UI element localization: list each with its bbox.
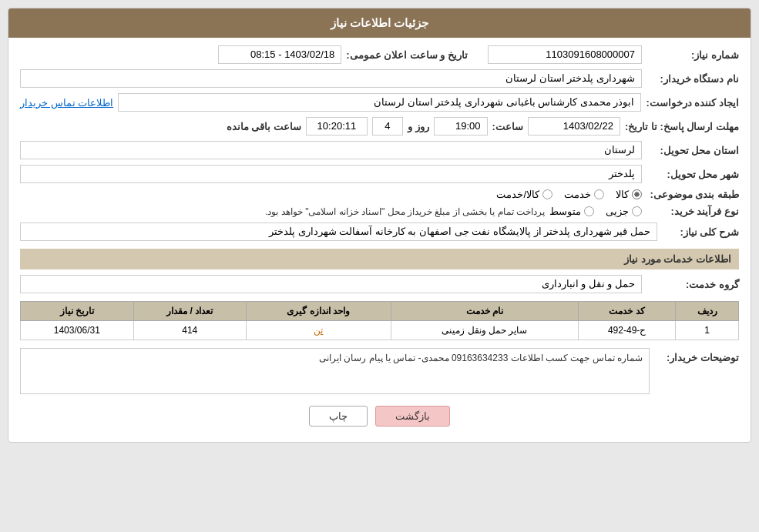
need-number-label: شماره نیاز: [646, 49, 739, 61]
category-kala-label: کالا [616, 189, 629, 200]
cell-unit: تن [247, 321, 391, 340]
send-deadline-remaining-label: ساعت باقی مانده [227, 121, 301, 132]
deadline-row: مهلت ارسال پاسخ: تا تاریخ: 1403/02/22 سا… [20, 117, 739, 136]
cell-date: 1403/06/31 [21, 321, 134, 340]
send-deadline-date: 1403/02/22 [528, 117, 620, 136]
buyer-description-label: توضیحات خریدار: [654, 352, 739, 363]
category-khedmat-label: خدمت [564, 189, 591, 200]
requester-row: ایجاد کننده درخواست: ابوذر محمدی کارشناس… [20, 93, 739, 112]
announce-datetime-value: 1403/02/18 - 08:15 [218, 45, 341, 64]
table-row: 1 ح-49-492 سایر حمل ونقل زمینی تن 414 14… [21, 321, 739, 340]
send-deadline-time: 19:00 [434, 117, 488, 136]
col-date: تاریخ نیاز [21, 302, 134, 321]
send-deadline-days: 4 [372, 117, 403, 136]
need-number-row: شماره نیاز: 1103091608000007 تاریخ و ساع… [20, 45, 739, 64]
category-both-label: کالا/خدمت [496, 189, 539, 200]
purchase-jozi-label: جزیی [606, 206, 629, 217]
category-row: طبقه بندی موضوعی: کالا خدمت کالا/خدمت [20, 189, 739, 200]
need-number-value: 1103091608000007 [488, 45, 642, 64]
back-button[interactable]: بازگشت [375, 406, 450, 427]
services-table-section: ردیف کد خدمت نام خدمت واحد اندازه گیری ت… [20, 301, 739, 340]
description-value: حمل قیر شهرداری پلدختر از پالایشگاه نفت … [20, 223, 657, 241]
purchase-type-motevasset: متوسط [549, 206, 594, 217]
category-option-kala: کالا [616, 189, 642, 200]
cell-code: ح-49-492 [579, 321, 676, 340]
service-group-label: گروه خدمت: [646, 279, 739, 290]
delivery-province-value: لرستان [20, 141, 642, 159]
delivery-city-label: شهر محل تحویل: [646, 169, 739, 180]
category-radio-khedmat [594, 189, 604, 199]
col-row: ردیف [676, 302, 739, 321]
buyer-description-row: توضیحات خریدار: شماره تماس جهت کسب اطلاع… [20, 348, 739, 394]
cell-row: 1 [676, 321, 739, 340]
send-deadline-remaining: 10:20:11 [306, 117, 368, 136]
services-table: ردیف کد خدمت نام خدمت واحد اندازه گیری ت… [20, 301, 739, 340]
page-header: جزئیات اطلاعات نیاز [8, 8, 751, 38]
col-code: کد خدمت [579, 302, 676, 321]
table-header: ردیف کد خدمت نام خدمت واحد اندازه گیری ت… [21, 302, 739, 321]
unit-link[interactable]: تن [314, 325, 323, 336]
print-button[interactable]: چاپ [309, 406, 368, 427]
purchase-type-label: نوع فرآیند خرید: [646, 206, 739, 217]
cell-quantity: 414 [133, 321, 246, 340]
col-quantity: تعداد / مقدار [133, 302, 246, 321]
requester-label: ایجاد کننده درخواست: [646, 97, 739, 109]
send-deadline-days-label: روز و [408, 121, 429, 132]
service-group-value: حمل و نقل و انبارداری [20, 275, 642, 293]
delivery-city-value: پلدختر [20, 165, 642, 183]
contact-info-link[interactable]: اطلاعات تماس خریدار [20, 97, 113, 109]
purchase-radio-motevasset [584, 206, 594, 216]
purchase-type-jozi: جزیی [606, 206, 642, 217]
button-row: بازگشت چاپ [20, 406, 739, 427]
buyer-org-value: شهرداری پلدختر استان لرستان [20, 69, 642, 88]
delivery-city-row: شهر محل تحویل: پلدختر [20, 165, 739, 183]
cell-name: سایر حمل ونقل زمینی [391, 321, 578, 340]
col-name: نام خدمت [391, 302, 578, 321]
purchase-type-note: پرداخت تمام یا بخشی از مبلغ خریداز محل "… [20, 206, 545, 217]
send-deadline-label: مهلت ارسال پاسخ: تا تاریخ: [625, 121, 739, 132]
purchase-type-row: نوع فرآیند خرید: جزیی متوسط پرداخت تمام … [20, 206, 739, 217]
buyer-description-textarea[interactable]: شماره تماس جهت کسب اطلاعات 09163634233 م… [20, 348, 650, 394]
category-radio-both [542, 189, 552, 199]
buyer-org-label: نام دستگاه خریدار: [646, 73, 739, 85]
announce-datetime-label: تاریخ و ساعت اعلان عمومی: [346, 49, 468, 61]
purchase-radio-jozi [632, 206, 642, 216]
description-row: شرح کلی نیاز: حمل قیر شهرداری پلدختر از … [20, 223, 739, 241]
service-group-row: گروه خدمت: حمل و نقل و انبارداری [20, 275, 739, 293]
category-option-khedmat: خدمت [564, 189, 604, 200]
purchase-motevasset-label: متوسط [549, 206, 581, 217]
category-options: کالا خدمت کالا/خدمت [496, 189, 642, 200]
buyer-org-row: نام دستگاه خریدار: شهرداری پلدختر استان … [20, 69, 739, 88]
services-section-title: اطلاعات خدمات مورد نیاز [20, 249, 739, 269]
table-body: 1 ح-49-492 سایر حمل ونقل زمینی تن 414 14… [21, 321, 739, 340]
category-label: طبقه بندی موضوعی: [646, 189, 739, 200]
category-option-both: کالا/خدمت [496, 189, 552, 200]
description-label: شرح کلی نیاز: [662, 226, 739, 238]
delivery-province-row: استان محل تحویل: لرستان [20, 141, 739, 159]
delivery-province-label: استان محل تحویل: [646, 145, 739, 156]
page-title: جزئیات اطلاعات نیاز [331, 16, 428, 29]
category-radio-kala [632, 189, 642, 199]
purchase-type-options: جزیی متوسط [549, 206, 642, 217]
col-unit: واحد اندازه گیری [247, 302, 391, 321]
requester-value: ابوذر محمدی کارشناس باغبانی شهرداری پلدخ… [118, 93, 641, 112]
send-deadline-time-label: ساعت: [492, 121, 523, 132]
